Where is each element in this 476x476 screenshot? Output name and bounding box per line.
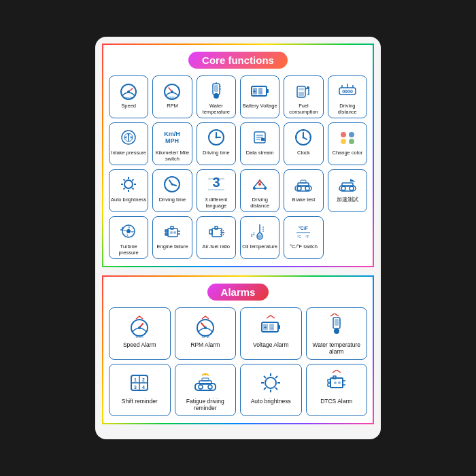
battery-item[interactable]: + - Battery Voltage — [240, 75, 279, 118]
clock3-icon — [161, 173, 183, 195]
clock-item[interactable]: Clock — [284, 122, 323, 165]
driving-dist-item[interactable]: 0000 Driving distance — [328, 75, 367, 118]
speedalarm-icon: km/h — [126, 313, 152, 339]
water-temp-alarm-item[interactable]: Water temperature alarm — [306, 307, 368, 360]
svg-text:-: - — [271, 324, 273, 330]
cfswitch-icon: °C/F °C °F — [292, 220, 314, 242]
jiasu-item[interactable]: 加速測試 — [328, 169, 367, 212]
svg-rect-114 — [278, 325, 280, 329]
svg-point-46 — [303, 136, 305, 138]
svg-line-62 — [124, 188, 125, 189]
voltage-alarm-item[interactable]: + - Voltage Alarm — [240, 307, 302, 360]
svg-text:+: + — [264, 324, 267, 330]
alarms-grid: km/h Speed Alarm RPM — [109, 307, 367, 417]
svg-text:°C/F: °C/F — [299, 226, 309, 231]
battery-label: Battery Voltage — [243, 103, 277, 109]
driving-dist2-label: Driving distance — [242, 197, 277, 209]
datastream-item[interactable]: Data stream — [240, 122, 279, 165]
svg-text:MPH: MPH — [165, 137, 179, 144]
svg-point-66 — [171, 183, 173, 185]
svg-rect-84 — [171, 226, 173, 229]
engine-label: Engine failure — [157, 243, 188, 250]
alarms-title: Alarms — [109, 284, 367, 301]
driving-time2-item[interactable]: Driving time — [152, 169, 192, 212]
svg-rect-75 — [298, 183, 309, 186]
battery-icon: + - — [249, 80, 271, 101]
auto-brightness2-item[interactable]: Auto brightness — [240, 364, 302, 416]
svg-text:°F: °F — [305, 235, 309, 239]
speed-alarm-label: Speed Alarm — [123, 341, 156, 348]
brake-test-item[interactable]: Brake test — [284, 169, 323, 212]
svg-point-71 — [258, 183, 261, 186]
intake-label: Intake pressure — [111, 150, 146, 156]
svg-text:°C: °C — [297, 235, 302, 239]
dtcs-item[interactable]: DTCS Alarm — [306, 364, 368, 416]
kmmph-label: Kilometer/ Mile switch — [154, 150, 190, 162]
svg-point-6 — [171, 90, 173, 93]
speed-alarm-item[interactable]: km/h Speed Alarm — [109, 307, 171, 360]
rpm-alarm-item[interactable]: RPM RPM Alarm — [175, 307, 237, 360]
intake-icon — [118, 126, 139, 148]
oiltemp-item[interactable]: Oil temperature — [240, 216, 279, 259]
driving-time-icon — [205, 126, 227, 148]
svg-point-91 — [170, 231, 173, 234]
airfuel-item[interactable]: Air-fuel ratio — [197, 216, 236, 259]
lang3-item[interactable]: 3 3 different language — [197, 169, 236, 212]
kmmph-item[interactable]: Km/H MPH Kilometer/ Mile switch — [152, 122, 192, 165]
driving-time-item[interactable]: Driving time — [197, 122, 236, 165]
fuel-label: Fuel consumption — [286, 103, 321, 115]
cfswitch-item[interactable]: °C/F °C °F °C/°F switch — [284, 216, 323, 259]
rpm-icon: RPM — [161, 80, 183, 101]
turbine-item[interactable]: Turbine pressure — [109, 216, 148, 259]
dtcs-label: DTCS Alarm — [320, 398, 352, 405]
driving-dist2-item[interactable]: Driving distance — [240, 169, 279, 212]
svg-point-10 — [214, 93, 219, 99]
drivdist2-icon — [249, 173, 271, 195]
shift-item[interactable]: 1 2 3 4 Shift reminder — [109, 364, 171, 416]
auto-brightness2-label: Auto brightness — [251, 398, 291, 405]
brightness-icon — [118, 173, 139, 195]
auto-brightness-item[interactable]: Auto brightness — [109, 169, 148, 212]
intake-item[interactable]: Intake pressure — [109, 122, 148, 165]
braketest-icon — [292, 173, 314, 195]
speed-item[interactable]: km/h Speed — [109, 75, 148, 118]
svg-text:RPM: RPM — [201, 335, 209, 339]
svg-point-132 — [199, 385, 203, 389]
cfswitch-label: °C/°F switch — [290, 243, 318, 250]
svg-text:3: 3 — [134, 385, 137, 390]
rpm-label: RPM — [167, 103, 178, 109]
svg-point-79 — [350, 186, 354, 190]
main-container: Core functions km/h Speed — [95, 37, 381, 440]
svg-text:km/h: km/h — [136, 335, 143, 339]
change-color-item[interactable]: Change color — [328, 122, 367, 165]
water-temp-icon — [205, 80, 227, 101]
svg-point-153 — [338, 381, 341, 384]
svg-text:4: 4 — [142, 385, 145, 390]
alarms-title-label: Alarms — [207, 284, 269, 301]
clock-label: Clock — [297, 150, 310, 156]
svg-text:-: - — [260, 89, 262, 95]
svg-line-142 — [264, 376, 266, 378]
odometer-icon: 0000 — [337, 80, 358, 101]
engine-item[interactable]: Engine failure — [152, 216, 192, 259]
svg-point-54 — [124, 180, 133, 188]
core-functions-section: Core functions km/h Speed — [102, 44, 374, 267]
fatigue-label: Fatigue driving reminder — [178, 398, 233, 411]
svg-rect-21 — [299, 92, 304, 96]
fuel-item[interactable]: Fuel consumption — [284, 75, 323, 118]
svg-text:RPM: RPM — [169, 97, 175, 100]
oiltemp-icon — [249, 220, 271, 242]
svg-text:+: + — [253, 88, 256, 95]
palette-icon — [337, 126, 358, 148]
fatigue-item[interactable]: Fatigue driving reminder — [175, 364, 237, 416]
svg-point-97 — [258, 235, 262, 239]
rpm-item[interactable]: RPM RPM — [152, 75, 192, 118]
svg-rect-23 — [299, 88, 304, 90]
svg-point-78 — [341, 186, 345, 190]
water-temp-item[interactable]: Water temperature — [197, 75, 236, 118]
watertempAlarm-icon — [324, 313, 350, 339]
rpmarlm-icon: RPM — [192, 313, 218, 339]
svg-point-50 — [341, 132, 346, 137]
datastream-icon — [249, 126, 271, 148]
auto-brightness-label: Auto brightness — [111, 197, 146, 203]
